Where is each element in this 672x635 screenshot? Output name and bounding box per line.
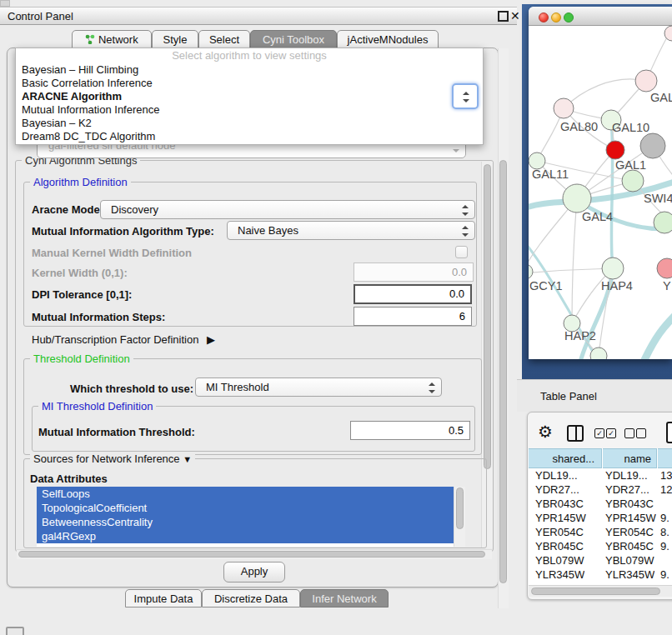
close-traffic-light-icon[interactable] (539, 12, 549, 22)
focused-combo-fragment[interactable] (452, 83, 479, 109)
manual-kernel-checkbox[interactable] (455, 246, 468, 258)
list-item[interactable]: SelfLoops (37, 487, 454, 501)
dropdown-item[interactable]: Dream8 DC_TDC Algorithm (16, 130, 483, 143)
svg-text:GAL80: GAL80 (560, 120, 598, 133)
tab-discretize-data[interactable]: Discretize Data (202, 589, 300, 608)
aracne-mode-label: Aracne Mode: (32, 203, 103, 216)
tab-network[interactable]: Network (72, 30, 152, 48)
gear-icon[interactable]: ⚙ (538, 422, 553, 442)
birdseye-toggle-icon[interactable] (6, 627, 24, 635)
cell-extra: 9. (660, 568, 669, 582)
hub-definition-label: Hub/Transcription Factor Definition (32, 333, 198, 346)
cell-name[interactable]: YDR27... (605, 482, 649, 497)
node-swi4[interactable] (654, 212, 672, 233)
tab-cyni-toolbox[interactable]: Cyni Toolbox (250, 30, 337, 48)
table-hscrollbar[interactable] (529, 585, 672, 597)
cell-name[interactable]: YBR045C (605, 539, 654, 553)
dropdown-item[interactable]: Bayesian – K2 (16, 117, 483, 130)
table-row[interactable] (529, 468, 672, 482)
table-mode-icon[interactable] (666, 422, 672, 443)
checked-box-icon[interactable]: ✓ (606, 428, 616, 438)
mi-threshold-field[interactable]: 0.5 (350, 421, 470, 440)
checked-box-icon[interactable]: ✓ (594, 428, 604, 438)
tab-jactivemodules[interactable]: jActiveMNodules (337, 30, 439, 48)
close-icon[interactable]: ✕ (510, 7, 520, 25)
network-window-titlebar[interactable] (529, 7, 672, 26)
list-scrollbar[interactable] (454, 487, 465, 547)
mi-type-combo[interactable]: Naive Bayes (227, 221, 475, 240)
list-item[interactable]: gal4RGexp (37, 529, 454, 543)
dropdown-item[interactable]: Basic Correlation Inference (16, 77, 483, 90)
control-panel-title: Control Panel (8, 10, 73, 22)
cell-shared[interactable]: YBR043C (535, 497, 584, 511)
screen: Control Panel ✕ Network Style Select Cyn… (0, 0, 672, 635)
cell-shared[interactable]: YPR145W (535, 511, 586, 525)
svg-text:GCY1: GCY1 (529, 279, 563, 292)
cell-name[interactable]: YBR043C (605, 497, 654, 511)
node-gcy1[interactable] (529, 264, 533, 279)
node-labels: GAL GAL80 GAL10 GAL11 GAL1 SWI4 GAL4 GCY… (529, 91, 672, 342)
kernel-width-label: Kernel Width (0,1): (32, 267, 128, 279)
apply-button[interactable]: Apply (223, 562, 285, 582)
minimize-traffic-light-icon[interactable] (551, 12, 561, 22)
hub-definition-expander[interactable]: Hub/Transcription Factor Definition ▶ (32, 333, 215, 346)
cell-shared[interactable]: YER054C (535, 525, 584, 539)
aracne-mode-combo[interactable]: Discovery (100, 200, 475, 219)
node-y-partial[interactable] (657, 258, 672, 278)
cell-name[interactable]: YLR345W (605, 568, 654, 582)
cell-shared[interactable]: YDR27... (535, 482, 579, 497)
tab-infer-network[interactable]: Infer Network (300, 589, 389, 608)
settings-hscrollbar[interactable] (17, 549, 492, 559)
float-window-icon[interactable] (498, 11, 509, 22)
svg-text:GAL: GAL (650, 91, 672, 104)
which-threshold-combo[interactable]: MI Threshold (195, 378, 442, 397)
network-window[interactable]: GAL GAL80 GAL10 GAL11 GAL1 SWI4 GAL4 GCY… (529, 7, 672, 359)
dropdown-item-selected[interactable]: ARACNE Algorithm (16, 90, 483, 103)
node-gal80[interactable] (554, 98, 574, 118)
tab-impute-data[interactable]: Impute Data (125, 589, 202, 608)
combo-arrows-icon (462, 226, 469, 237)
cell-extra: 8. (660, 525, 669, 539)
collapse-arrow-icon: ▼ (183, 454, 192, 464)
zoom-traffic-light-icon[interactable] (564, 12, 574, 22)
data-attributes-label: Data Attributes (30, 472, 108, 485)
column-header-shared[interactable]: shared... (529, 448, 602, 468)
cell-name[interactable]: YER054C (605, 525, 654, 539)
dpi-tolerance-field[interactable]: 0.0 (354, 284, 472, 304)
list-item[interactable]: TopologicalCoefficient (37, 501, 454, 515)
aracne-mode-value: Discovery (111, 203, 158, 216)
mi-type-value: Naive Bayes (238, 224, 298, 237)
unchecked-box-icon[interactable] (636, 428, 646, 438)
svg-text:HAP2: HAP2 (564, 329, 596, 342)
unchecked-box-icon[interactable] (624, 428, 634, 438)
cell-shared[interactable]: YLR345W (535, 568, 584, 582)
node-hap4[interactable] (602, 258, 624, 279)
node-partial-top[interactable] (664, 26, 672, 41)
node-gray[interactable] (640, 133, 665, 158)
column-header-name[interactable]: name (603, 448, 657, 468)
sources-title[interactable]: Sources for Network Inference ▼ (30, 453, 195, 465)
node-red[interactable] (606, 141, 624, 159)
columns-icon[interactable] (567, 425, 584, 442)
node-gal1[interactable] (622, 170, 644, 192)
dropdown-item[interactable]: Bayesian – Hill Climbing (16, 63, 483, 77)
panel-scrollbar[interactable] (498, 48, 509, 608)
dropdown-item[interactable]: Mutual Information Inference (16, 103, 483, 117)
tab-select[interactable]: Select (198, 30, 250, 48)
mi-steps-field[interactable]: 6 (354, 307, 472, 326)
tab-select-label: Select (209, 33, 239, 46)
kernel-width-field[interactable]: 0.0 (354, 262, 474, 282)
cell-shared[interactable]: YBR045C (535, 539, 584, 553)
node-gal4[interactable] (563, 184, 591, 212)
cell-name[interactable]: YBL079W (605, 553, 654, 568)
column-header-partial[interactable] (658, 448, 672, 468)
cell-name[interactable]: YPR145W (605, 511, 656, 525)
tab-impute-label: Impute Data (134, 592, 193, 605)
list-item[interactable]: BetweennessCentrality (37, 515, 454, 529)
network-canvas[interactable]: GAL GAL80 GAL10 GAL11 GAL1 SWI4 GAL4 GCY… (529, 25, 672, 359)
cell-shared[interactable]: YBL079W (535, 553, 584, 568)
node-gal-partial[interactable] (635, 70, 657, 92)
sources-title-label: Sources for Network Inference (33, 452, 180, 465)
node-gal11[interactable] (529, 152, 545, 169)
tab-style[interactable]: Style (152, 30, 198, 48)
